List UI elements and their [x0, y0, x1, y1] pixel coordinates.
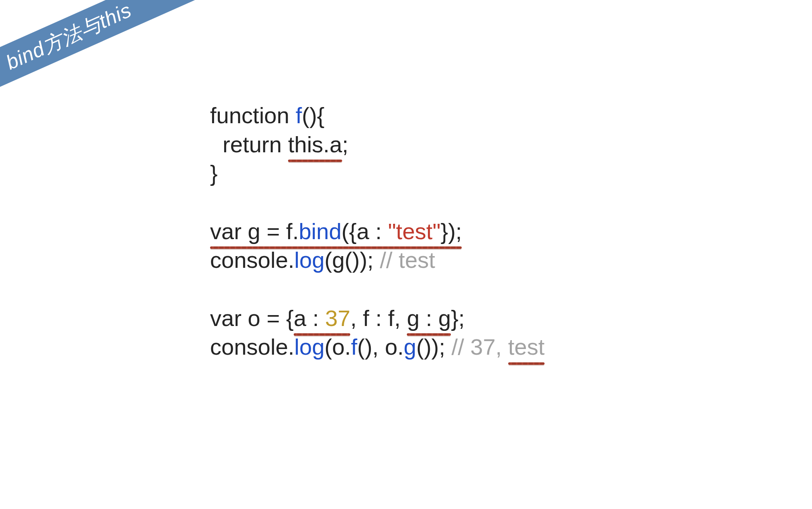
code-text: , f : f,	[350, 305, 407, 331]
code-line-3: }	[210, 159, 545, 188]
comment-37: // 37,	[452, 334, 508, 360]
call-f: f	[351, 334, 358, 360]
code-text: var o = {	[210, 305, 294, 331]
comment-test: // test	[380, 247, 435, 273]
code-text: });	[441, 219, 462, 244]
comment-test-ul: test	[508, 332, 545, 362]
method-log: log	[295, 247, 325, 273]
prop-g: g : g	[407, 304, 451, 333]
code-text: (), o.	[357, 334, 404, 360]
code-text: ());	[417, 334, 452, 360]
method-bind: bind	[299, 219, 341, 244]
code-text: console.	[210, 247, 295, 273]
code-blank-2	[210, 275, 545, 304]
code-text: ;	[342, 132, 349, 157]
number-37: 37	[325, 305, 350, 331]
code-text: (o.	[324, 334, 351, 360]
ribbon-title: bind方法与this	[2, 0, 136, 76]
slide-ribbon: bind方法与this	[0, 0, 205, 110]
code-line-2: return this.a;	[210, 130, 545, 159]
code-text: a :	[294, 305, 325, 331]
function-name-f: f	[296, 103, 302, 128]
code-text: ({a :	[341, 219, 388, 244]
code-text: (g());	[324, 247, 380, 273]
string-test: "test"	[388, 219, 440, 244]
code-text: };	[451, 305, 465, 331]
code-text: (){	[302, 103, 324, 128]
code-line-1: function f(){	[210, 101, 545, 130]
expr-this-a: this.a	[288, 130, 342, 159]
keyword-return: return	[210, 132, 288, 157]
method-log: log	[295, 334, 325, 360]
code-block: function f(){ return this.a; } var g = f…	[210, 101, 545, 362]
code-line-8: var o = {a : 37, f : f, g : g};	[210, 304, 545, 333]
code-line-9: console.log(o.f(), o.g()); // 37, test	[210, 332, 545, 362]
keyword-function: function	[210, 103, 296, 128]
code-text: var g = f.	[210, 219, 299, 244]
brace-close: }	[210, 160, 218, 186]
code-text: console.	[210, 334, 295, 360]
code-line-5: var g = f.bind({a : "test"});	[210, 217, 545, 246]
code-blank-1	[210, 188, 545, 217]
code-line-6: console.log(g()); // test	[210, 246, 545, 275]
call-g: g	[404, 334, 416, 360]
